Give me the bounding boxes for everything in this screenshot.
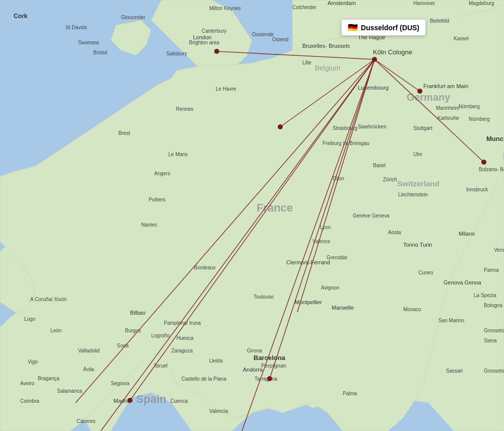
svg-text:León: León bbox=[50, 328, 61, 333]
svg-text:Logroño: Logroño bbox=[151, 333, 170, 338]
svg-point-120 bbox=[214, 49, 219, 54]
svg-text:Cuneo: Cuneo bbox=[418, 270, 433, 275]
svg-text:Bolzano- Bozen: Bolzano- Bozen bbox=[479, 167, 504, 172]
svg-text:Hannover: Hannover bbox=[413, 1, 435, 6]
svg-text:Avignon: Avignon bbox=[321, 285, 339, 291]
svg-text:Stuttgart: Stuttgart bbox=[413, 125, 432, 131]
svg-text:Innsbruck: Innsbruck bbox=[466, 187, 488, 192]
svg-point-125 bbox=[481, 160, 486, 165]
svg-text:Vigo: Vigo bbox=[28, 359, 38, 365]
svg-text:Nürnberg: Nürnberg bbox=[469, 116, 490, 122]
svg-text:Lleida: Lleida bbox=[209, 358, 223, 364]
svg-text:Ostend: Ostend bbox=[272, 37, 288, 42]
svg-text:Salisbury: Salisbury bbox=[166, 51, 187, 56]
svg-text:Basel: Basel bbox=[373, 163, 386, 168]
svg-text:Cork: Cork bbox=[14, 13, 28, 20]
svg-point-122 bbox=[267, 376, 272, 381]
svg-text:Bristol: Bristol bbox=[93, 50, 107, 55]
svg-text:Germany: Germany bbox=[407, 92, 451, 103]
svg-text:St Davids: St Davids bbox=[66, 25, 87, 30]
svg-text:Poitiers: Poitiers bbox=[149, 197, 165, 202]
svg-text:Toulouse: Toulouse bbox=[254, 294, 274, 300]
svg-text:Andorra: Andorra bbox=[243, 367, 263, 373]
svg-text:Bielefeld: Bielefeld bbox=[430, 18, 449, 24]
svg-text:Amsterdam: Amsterdam bbox=[328, 0, 356, 6]
svg-text:Spain: Spain bbox=[136, 393, 166, 405]
svg-text:Milton Keynes: Milton Keynes bbox=[209, 6, 241, 11]
svg-text:Brighton area: Brighton area bbox=[189, 40, 219, 45]
svg-text:Gloucester: Gloucester bbox=[121, 15, 146, 20]
svg-text:Marseille: Marseille bbox=[332, 305, 354, 311]
svg-text:Magdeburg: Magdeburg bbox=[469, 1, 494, 6]
svg-text:Salamanca: Salamanca bbox=[57, 388, 82, 394]
svg-text:Barcelona: Barcelona bbox=[254, 354, 286, 362]
svg-text:Lille: Lille bbox=[302, 60, 311, 65]
svg-text:Bordeaux: Bordeaux bbox=[194, 265, 216, 270]
svg-text:Sassari: Sassari bbox=[446, 368, 463, 374]
svg-text:Grosseto: Grosseto bbox=[484, 328, 504, 333]
airport-name: Dusseldorf (DUS) bbox=[361, 24, 419, 32]
svg-text:Tarragona: Tarragona bbox=[255, 376, 277, 382]
svg-text:Pamplona/ Iruna: Pamplona/ Iruna bbox=[164, 320, 201, 326]
svg-text:Cáceres: Cáceres bbox=[77, 418, 95, 424]
svg-text:Ávila: Ávila bbox=[83, 366, 94, 372]
svg-text:Nantes: Nantes bbox=[141, 222, 157, 228]
svg-text:Siena: Siena bbox=[484, 338, 497, 343]
svg-text:Valladolid: Valladolid bbox=[78, 348, 100, 353]
svg-text:Karlsruhe: Karlsruhe bbox=[437, 115, 459, 121]
svg-text:Le Havre: Le Havre bbox=[216, 86, 236, 92]
svg-text:Verona: Verona bbox=[494, 247, 504, 253]
svg-text:Canterbury: Canterbury bbox=[202, 28, 226, 34]
svg-text:Oostende: Oostende bbox=[252, 32, 274, 37]
svg-text:Aosta: Aosta bbox=[388, 230, 401, 235]
svg-point-119 bbox=[372, 57, 377, 62]
svg-text:Bragança: Bragança bbox=[38, 376, 59, 381]
svg-text:Colchester: Colchester bbox=[292, 5, 317, 10]
svg-text:Kassel: Kassel bbox=[454, 36, 469, 41]
svg-text:Bologna: Bologna bbox=[484, 303, 502, 308]
svg-text:Grosseto: Grosseto bbox=[484, 368, 504, 374]
svg-text:Luxembourg: Luxembourg bbox=[358, 85, 389, 91]
svg-text:Ulm: Ulm bbox=[413, 152, 422, 157]
svg-text:Coimbra: Coimbra bbox=[20, 398, 39, 404]
svg-text:San Marino: San Marino bbox=[438, 318, 465, 323]
svg-text:Switzerland: Switzerland bbox=[397, 179, 439, 188]
svg-text:Angers: Angers bbox=[154, 171, 170, 176]
map-container: France Germany Belgium Switzerland Spain… bbox=[0, 0, 504, 431]
svg-text:Huesca: Huesca bbox=[176, 335, 194, 341]
svg-text:Palma: Palma bbox=[343, 391, 357, 396]
svg-text:Zaragoza: Zaragoza bbox=[171, 348, 193, 353]
svg-text:Munchen: Munchen bbox=[486, 135, 504, 142]
svg-text:Aveiro: Aveiro bbox=[20, 381, 35, 386]
svg-text:A Coruña/ Xixón: A Coruña/ Xixón bbox=[30, 297, 67, 302]
svg-text:Valencia: Valencia bbox=[209, 408, 228, 414]
svg-text:Montpellier: Montpellier bbox=[295, 299, 322, 305]
svg-text:Nürnberg: Nürnberg bbox=[459, 104, 480, 109]
svg-point-121 bbox=[278, 124, 283, 129]
airport-label: 🇩🇪 Dusseldorf (DUS) bbox=[341, 19, 426, 36]
svg-text:London: London bbox=[193, 34, 212, 40]
svg-text:Rennes: Rennes bbox=[176, 106, 193, 112]
svg-text:Girona: Girona bbox=[247, 348, 262, 353]
svg-text:Lugo: Lugo bbox=[24, 316, 36, 322]
svg-text:Liechtenstein: Liechtenstein bbox=[398, 192, 428, 197]
svg-text:Mannheim: Mannheim bbox=[436, 105, 460, 111]
map-svg: France Germany Belgium Switzerland Spain… bbox=[0, 0, 504, 431]
svg-text:Köln Cologne: Köln Cologne bbox=[373, 48, 412, 56]
svg-text:Belgium: Belgium bbox=[315, 64, 341, 72]
svg-text:Genève Geneva: Genève Geneva bbox=[353, 213, 390, 219]
svg-text:Bilbao: Bilbao bbox=[130, 310, 146, 316]
svg-text:Milano: Milano bbox=[459, 231, 475, 237]
svg-text:Monaco: Monaco bbox=[403, 307, 421, 312]
svg-text:Lyon: Lyon bbox=[320, 225, 331, 230]
svg-text:Genova Genoa: Genova Genoa bbox=[444, 279, 481, 285]
svg-text:Frankfurt am Main: Frankfurt am Main bbox=[423, 83, 468, 89]
svg-text:Torino Turin: Torino Turin bbox=[403, 242, 432, 248]
svg-text:Swansea: Swansea bbox=[78, 40, 99, 45]
svg-point-124 bbox=[417, 89, 422, 94]
flag-icon: 🇩🇪 bbox=[348, 23, 358, 32]
svg-text:La Spezia: La Spezia bbox=[474, 293, 496, 298]
svg-text:Brest: Brest bbox=[118, 130, 131, 136]
svg-text:Segovía: Segovía bbox=[111, 381, 130, 386]
svg-text:Saarbrücken: Saarbrücken bbox=[358, 124, 387, 129]
